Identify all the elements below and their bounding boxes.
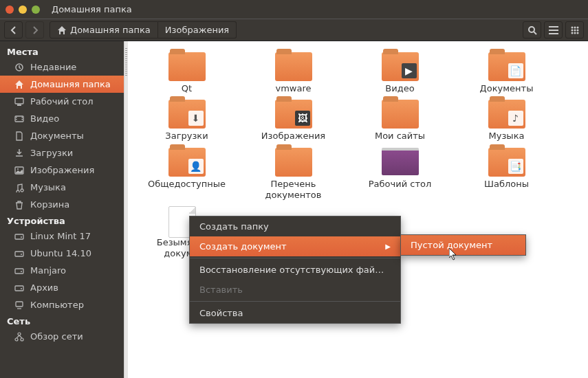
folder-item-4[interactable]: ⬇Загрузки [133,100,240,142]
svg-rect-26 [15,252,23,256]
content-view[interactable]: Qtvmware▶Видео📄Документы⬇Загрузки🖼Изобра… [128,41,588,378]
svg-rect-21 [22,119,23,120]
sidebar-item-places-7[interactable]: Музыка [0,179,124,196]
sidebar-item-devices-2[interactable]: Manjaro [0,262,124,279]
sidebar-section-places: Места [7,47,124,57]
menu-separator [190,301,400,302]
folder-label: Документы [480,83,534,94]
sidebar-item-devices-0[interactable]: Linux Mint 17 [0,227,124,245]
svg-rect-20 [22,117,23,118]
svg-point-11 [571,32,573,34]
menu-paste[interactable]: Вставить [190,280,400,300]
grid-view-button[interactable] [565,21,584,38]
folder-label: Общедоступные [148,179,226,190]
folder-item-5[interactable]: 🖼Изображения [240,100,347,142]
sidebar-item-label: Рабочий стол [30,96,93,107]
context-menu: Создать папку Создать документ ▶ Восстан… [189,216,401,324]
folder-label: vmware [275,83,311,94]
svg-point-10 [576,29,578,31]
folder-item-3[interactable]: 📄Документы [453,52,560,94]
menu-create-document[interactable]: Создать документ ▶ [190,236,400,256]
svg-point-23 [17,168,19,170]
svg-rect-16 [17,104,21,106]
folder-label: Qt [182,83,192,94]
back-button[interactable] [4,21,23,38]
sidebar-item-label: Linux Mint 17 [30,231,91,241]
sidebar-section-devices: Устройства [7,216,124,226]
sidebar-item-label: Загрузки [30,148,73,158]
svg-rect-2 [549,26,558,27]
folder-item-10[interactable]: Рабочий стол [347,148,453,201]
window-title: Домашняя папка [52,4,132,14]
svg-rect-19 [16,119,17,120]
folder-icon: 📑 [488,148,525,177]
sidebar-item-devices-1[interactable]: Ubuntu 14.10 [0,245,124,262]
folder-item-6[interactable]: Мои сайты [347,100,453,142]
folder-label: Загрузки [165,131,208,142]
folder-item-1[interactable]: vmware [240,52,347,94]
search-button[interactable] [523,21,541,38]
svg-point-13 [576,32,578,34]
toolbar: Домашняя папка Изображения [0,19,588,41]
menu-create-folder[interactable]: Создать папку [190,216,400,236]
sidebar-item-places-6[interactable]: Изображения [0,162,124,179]
main-area: МестаНедавниеДомашняя папкаРабочий столВ… [0,41,588,378]
svg-rect-28 [15,269,23,274]
svg-point-29 [21,271,22,272]
sidebar-item-places-3[interactable]: Видео [0,110,124,127]
submenu-arrow-icon: ▶ [385,243,391,250]
sidebar-item-places-8[interactable]: Корзина [0,196,124,213]
titlebar[interactable]: Домашняя папка [0,0,588,19]
menu-restore-missing[interactable]: Восстановление отсутствующих фай… [190,260,400,280]
folder-item-7[interactable]: ♪Музыка [453,100,560,142]
folder-icon [168,52,206,81]
menu-separator [190,258,400,258]
video-icon [14,113,25,124]
maximize-icon[interactable] [32,5,40,14]
sidebar-item-label: Корзина [30,199,69,210]
close-icon[interactable] [6,5,14,14]
folder-item-8[interactable]: 👤Общедоступные [133,148,240,201]
svg-point-8 [571,29,573,31]
drive-icon [14,231,25,242]
forward-button[interactable] [25,21,44,38]
music-icon [14,182,25,193]
sidebar-resize-handle[interactable] [124,41,128,378]
sidebar-item-places-5[interactable]: Загрузки [0,144,124,162]
menu-empty-document[interactable]: Пустой документ [401,235,525,255]
sidebar-section-network: Сеть [7,316,124,326]
svg-point-31 [21,288,22,289]
sidebar-item-places-1[interactable]: Домашняя папка [0,76,124,93]
sidebar-item-places-2[interactable]: Рабочий стол [0,93,124,110]
folder-item-0[interactable]: Qt [133,52,240,94]
clock-icon [14,62,25,73]
svg-line-1 [534,32,536,34]
svg-rect-15 [15,98,23,104]
path-home-button[interactable]: Домашняя папка [50,21,158,38]
svg-rect-24 [15,234,23,239]
folder-label: Рабочий стол [369,179,431,190]
folder-label: Видео [385,83,414,94]
path-child-button[interactable]: Изображения [158,21,237,38]
minimize-icon[interactable] [19,5,27,14]
sidebar-item-places-4[interactable]: Документы [0,127,124,144]
svg-rect-30 [15,286,23,291]
svg-point-12 [574,32,576,34]
sidebar-item-devices-4[interactable]: Компьютер [0,296,124,313]
sidebar-item-places-0[interactable]: Недавние [0,58,124,76]
sidebar[interactable]: МестаНедавниеДомашняя папкаРабочий столВ… [0,41,124,378]
sidebar-item-label: Видео [30,113,59,124]
folder-item-2[interactable]: ▶Видео [347,52,453,94]
sidebar-item-network-0[interactable]: Обзор сети [0,328,124,345]
list-view-button[interactable] [544,21,563,38]
svg-point-27 [21,254,22,255]
sidebar-item-label: Ubuntu 14.10 [30,248,91,258]
folder-item-9[interactable]: Перечень документов [240,148,347,201]
sidebar-item-devices-3[interactable]: Архив [0,279,124,296]
svg-rect-3 [549,30,558,31]
svg-point-35 [21,338,23,341]
svg-point-6 [574,26,576,28]
network-icon [14,331,25,342]
folder-item-11[interactable]: 📑Шаблоны [453,148,560,201]
menu-properties[interactable]: Свойства [190,303,400,323]
